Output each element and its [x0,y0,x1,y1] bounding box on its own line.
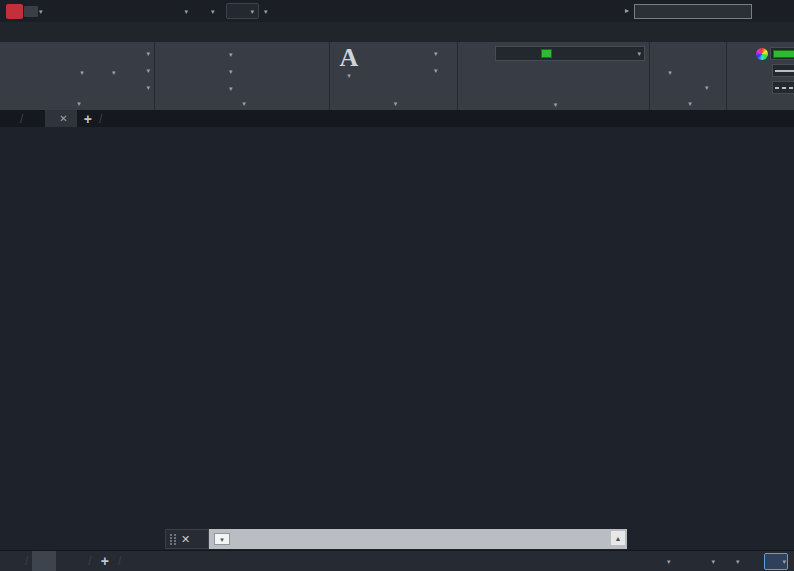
search-expand-arrow[interactable]: ▸ [625,7,629,15]
array-button[interactable]: ▾ [209,80,233,97]
match-properties-button[interactable] [731,44,754,96]
file-tab-menu-icon[interactable] [4,112,18,126]
insert-block-button[interactable]: ▾ [654,44,686,96]
attribute-button[interactable]: ▾ [688,80,709,95]
ortho-mode-button[interactable] [675,554,690,569]
tab-model[interactable] [32,551,56,571]
layer-on-button[interactable] [495,84,509,98]
layer-unisolate-button[interactable] [511,84,525,98]
offset-button[interactable] [241,80,255,97]
mirror-button[interactable] [184,63,201,80]
layers-panel-label[interactable]: ▾ [458,99,649,110]
create-block-button[interactable] [688,46,709,61]
linear-dimension-button[interactable]: ▾ [414,46,438,61]
undo-button[interactable] [166,4,181,19]
layout-menu-icon[interactable] [6,554,21,569]
new-drawing-tab-button[interactable]: + [79,111,97,127]
table-button[interactable] [414,80,438,95]
erase-button[interactable] [241,46,255,63]
hatch-tool-button[interactable]: ▾ [131,80,151,95]
help-search-box[interactable] [634,4,752,19]
annotation-panel-label[interactable]: ▾ [330,96,457,110]
explode-button[interactable] [241,63,255,80]
new-file-button[interactable] [52,4,67,19]
layer-properties-button[interactable] [462,44,493,99]
rotate-button[interactable] [184,46,201,63]
undo-dropdown[interactable]: ▾ [185,8,189,15]
share-button[interactable] [281,5,297,18]
redo-button[interactable] [192,4,207,19]
isodraft-button[interactable] [744,554,759,569]
ellipse-tool-button[interactable]: ▾ [131,63,151,78]
circle-tool-button[interactable]: ▾ [67,44,97,96]
qat-customize-button[interactable]: ▾ [264,8,268,15]
workspace-dropdown[interactable]: ▾ [226,3,260,19]
match-properties-icon [731,45,754,68]
line-tool-button[interactable] [4,44,34,96]
tab-layout1[interactable] [60,551,84,571]
recent-commands-button[interactable]: ▾ [214,533,230,545]
layer-lock-button[interactable] [543,66,557,80]
make-current-button[interactable] [559,65,576,81]
layer-properties-icon [465,45,491,69]
object-snap-icon [720,554,735,569]
drawing-canvas[interactable]: ✕ ▾ ▲ [0,127,794,550]
fillet-button[interactable]: ▾ [209,63,233,80]
command-history-chevron[interactable]: ▲ [611,531,625,545]
new-layout-button[interactable]: + [96,553,114,569]
snap-mode-button[interactable]: ▾ [651,554,671,569]
tab-start[interactable] [25,110,43,127]
plot-button[interactable] [147,4,162,19]
search-icon[interactable] [757,5,770,18]
close-icon[interactable]: ✕ [59,113,67,124]
tab-document[interactable]: ✕ [45,110,76,127]
layer-thaw-icon [513,48,524,59]
stretch-button[interactable] [159,80,176,97]
copy-button[interactable] [159,63,176,80]
edit-block-button[interactable] [688,63,709,78]
text-tool-button[interactable]: A▾ [334,44,364,96]
rectangle-tool-button[interactable]: ▾ [131,46,151,61]
command-input-area[interactable]: ▾ ▲ [209,529,627,549]
layer-unlock-button[interactable] [543,84,557,98]
properties-panel-label[interactable] [727,96,794,110]
layer-off-button[interactable] [495,66,509,80]
account-icon[interactable] [775,5,788,18]
app-menu-button[interactable]: ▾ [6,4,43,19]
command-input[interactable] [235,533,622,545]
layer-dropdown[interactable]: ▾ [495,46,645,61]
command-bar-grip[interactable]: ✕ [165,529,209,549]
move-button[interactable] [159,46,176,63]
search-input[interactable] [639,6,747,17]
array-icon [209,82,223,96]
polyline-tool-button[interactable] [36,44,66,96]
polar-tracking-button[interactable]: ▾ [695,554,715,569]
layer-thaw-button[interactable] [527,84,541,98]
draw-panel-label[interactable]: ▾ [0,96,154,110]
annotation-visibility-button[interactable]: ▾ [764,553,788,570]
layer-isolate-button[interactable] [511,66,525,80]
object-color-dropdown[interactable]: ▾ [756,46,794,61]
line-icon [7,45,30,68]
save-button[interactable] [90,4,105,19]
dimension-button[interactable] [366,44,412,96]
close-icon[interactable]: ✕ [181,534,190,545]
modify-panel-label[interactable]: ▾ [155,97,329,110]
linetype-dropdown[interactable]: ▾ [756,80,794,95]
leader-button[interactable]: ▾ [414,63,438,78]
match-layer-button[interactable] [559,83,576,99]
block-panel-label[interactable]: ▾ [650,96,726,110]
layer-freeze-button[interactable] [527,66,541,80]
open-file-button[interactable] [71,4,86,19]
trim-button[interactable]: ▾ [209,46,233,63]
redo-dropdown[interactable]: ▾ [211,8,215,15]
wrench-icon[interactable] [194,534,204,545]
arc-tool-button[interactable]: ▾ [99,44,129,96]
lineweight-dropdown[interactable]: ▾ [756,63,794,78]
rotate-icon [184,48,198,62]
grid-display-button[interactable] [631,554,646,569]
save-as-button[interactable] [109,4,124,19]
scale-button[interactable] [184,80,201,97]
open-from-mobile-button[interactable] [128,4,143,19]
object-snap-button[interactable]: ▾ [720,554,740,569]
